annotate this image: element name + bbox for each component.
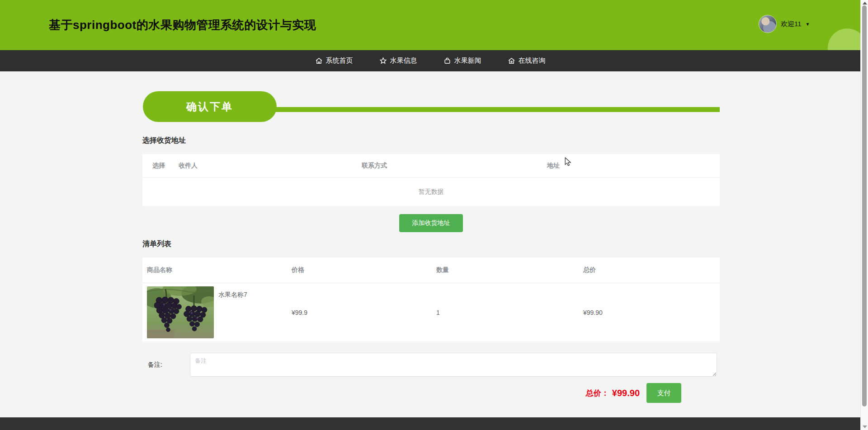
product-cell: 水果名称7 bbox=[147, 286, 292, 339]
remark-label: 备注: bbox=[148, 361, 162, 369]
col-contact: 联系方式 bbox=[362, 162, 547, 170]
col-recipient: 收件人 bbox=[179, 162, 362, 170]
nav-item-fruit-news[interactable]: 水果新闻 bbox=[443, 56, 481, 65]
product-name: 水果名称7 bbox=[218, 286, 247, 299]
empty-data-text: 暂无数据 bbox=[142, 178, 720, 206]
home-icon bbox=[315, 57, 323, 65]
checkout-row: 总价： ¥99.90 支付 bbox=[142, 383, 681, 403]
product-total: ¥99.90 bbox=[583, 309, 720, 316]
nav-item-label: 在线咨询 bbox=[519, 56, 546, 65]
col-quantity: 数量 bbox=[436, 266, 583, 274]
mouse-cursor bbox=[564, 157, 571, 168]
total-value: ¥99.90 bbox=[612, 388, 640, 398]
pay-button[interactable]: 支付 bbox=[646, 383, 681, 403]
col-price: 价格 bbox=[292, 266, 436, 274]
scrollbar-thumb[interactable] bbox=[862, 5, 867, 407]
remark-input[interactable] bbox=[190, 353, 717, 377]
app-title: 基于springboot的水果购物管理系统的设计与实现 bbox=[49, 17, 316, 33]
bag-icon bbox=[443, 57, 451, 65]
col-product-name: 商品名称 bbox=[147, 266, 292, 274]
scroll-down-icon[interactable] bbox=[863, 425, 867, 428]
avatar[interactable] bbox=[759, 15, 777, 33]
cart-table-header: 商品名称 价格 数量 总价 bbox=[142, 257, 720, 283]
chevron-down-icon[interactable]: ▼ bbox=[806, 22, 810, 27]
address-table: 选择 收件人 联系方式 地址 暂无数据 bbox=[142, 154, 720, 207]
col-select: 选择 bbox=[152, 162, 179, 170]
app-header: 基于springboot的水果购物管理系统的设计与实现 欢迎11 ▼ bbox=[0, 0, 860, 50]
table-row: 水果名称7 ¥99.9 1 ¥99.90 bbox=[142, 283, 720, 342]
page-title: 确认下单 bbox=[143, 91, 277, 122]
address-section-heading: 选择收货地址 bbox=[142, 136, 186, 145]
product-price: ¥99.9 bbox=[292, 309, 436, 316]
nav-item-fruit-info[interactable]: 水果信息 bbox=[379, 56, 417, 65]
banner-line bbox=[267, 107, 720, 112]
scroll-up-icon[interactable] bbox=[863, 2, 867, 5]
nav-item-home[interactable]: 系统首页 bbox=[315, 56, 353, 65]
page: 基于springboot的水果购物管理系统的设计与实现 欢迎11 ▼ 系统首页 … bbox=[0, 0, 868, 430]
main-nav: 系统首页 水果信息 水果新闻 在线咨询 bbox=[0, 50, 860, 71]
nav-item-online-consult[interactable]: 在线咨询 bbox=[508, 56, 546, 65]
cart-table: 商品名称 价格 数量 总价 bbox=[142, 257, 720, 342]
total-label: 总价： bbox=[586, 388, 609, 398]
header-decoration bbox=[828, 28, 860, 50]
welcome-text[interactable]: 欢迎11 bbox=[781, 20, 802, 28]
address-table-header: 选择 收件人 联系方式 地址 bbox=[142, 154, 720, 178]
star-icon bbox=[379, 57, 387, 65]
home-chat-icon bbox=[508, 57, 515, 65]
user-menu[interactable]: 欢迎11 ▼ bbox=[759, 15, 810, 33]
cart-section-heading: 清单列表 bbox=[142, 239, 171, 249]
add-address-button[interactable]: 添加收货地址 bbox=[399, 214, 463, 232]
col-total: 总价 bbox=[583, 266, 720, 274]
footer-bar bbox=[0, 417, 860, 430]
col-address: 地址 bbox=[547, 162, 720, 170]
nav-item-label: 水果信息 bbox=[390, 56, 417, 65]
product-quantity: 1 bbox=[436, 309, 583, 316]
nav-item-label: 水果新闻 bbox=[454, 56, 481, 65]
product-image-grapes bbox=[147, 286, 214, 338]
nav-item-label: 系统首页 bbox=[326, 56, 353, 65]
scrollbar bbox=[860, 0, 868, 430]
